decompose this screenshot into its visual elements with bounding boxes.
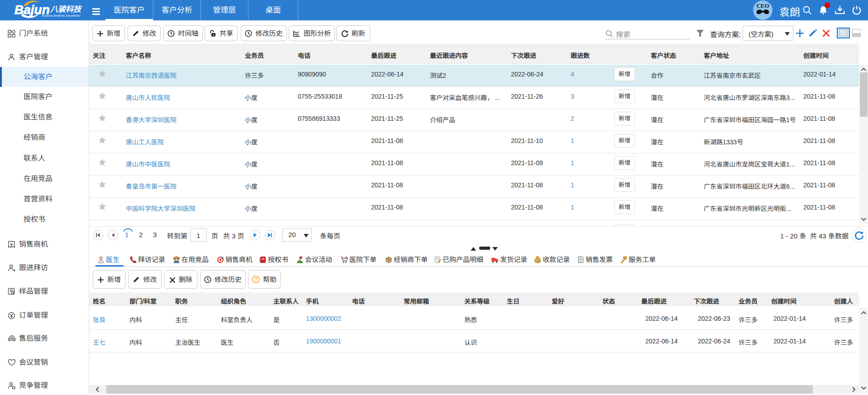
- svg-text:?: ?: [254, 276, 258, 282]
- svg-text:CEO: CEO: [756, 2, 769, 9]
